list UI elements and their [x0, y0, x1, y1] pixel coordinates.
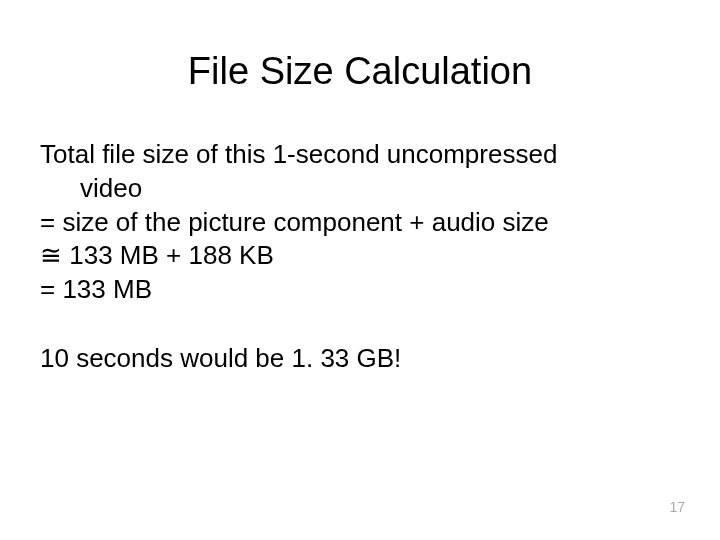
body-line-4: = 133 MB — [40, 273, 680, 307]
body-line-1b: video — [40, 172, 680, 206]
body-line-2: = size of the picture component + audio … — [40, 206, 680, 240]
slide-body: Total file size of this 1-second uncompr… — [40, 138, 680, 376]
body-line-5: 10 seconds would be 1. 33 GB! — [40, 342, 680, 376]
slide: File Size Calculation Total file size of… — [0, 0, 720, 540]
body-line-3: ≅ 133 MB + 188 KB — [40, 239, 680, 273]
page-number: 17 — [669, 499, 685, 515]
slide-title: File Size Calculation — [40, 50, 680, 93]
spacer — [40, 307, 680, 342]
body-line-1: Total file size of this 1-second uncompr… — [40, 138, 680, 172]
